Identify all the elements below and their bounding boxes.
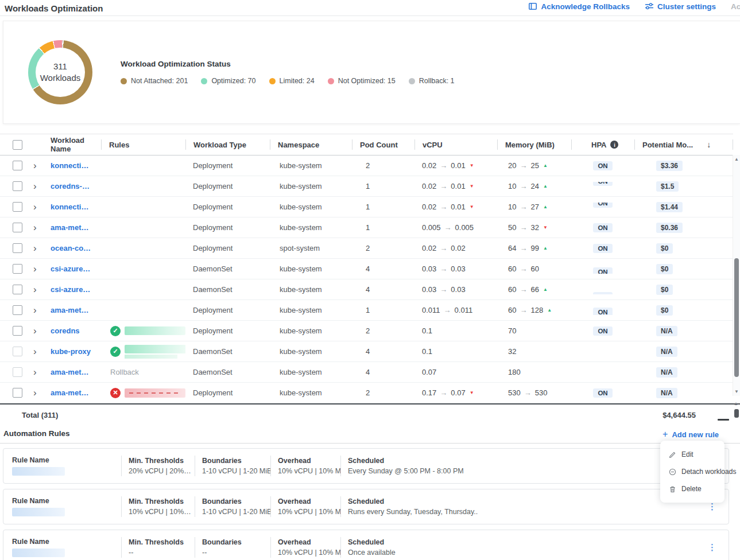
- workload-name-link[interactable]: ama-met…: [51, 388, 88, 397]
- table-row[interactable]: › ama-met… Deployment kube-system 1 0.00…: [0, 217, 733, 238]
- scrollbar-thumb[interactable]: [734, 258, 739, 377]
- table-row[interactable]: › ama-met… ✕ Deployment kube-system 2 0.…: [0, 383, 733, 403]
- col-hpa[interactable]: HPA i: [571, 139, 634, 150]
- namespace: kube-system: [270, 388, 352, 397]
- select-all-checkbox[interactable]: [13, 140, 22, 150]
- expand-row-icon[interactable]: ›: [33, 367, 37, 377]
- expand-row-icon[interactable]: ›: [33, 305, 37, 315]
- potential-badge: $0: [656, 243, 673, 254]
- rule-kebab-menu-icon[interactable]: ⋮: [708, 501, 717, 512]
- cluster-settings-button[interactable]: Cluster settings: [645, 2, 716, 11]
- row-checkbox[interactable]: [13, 285, 22, 294]
- namespace: kube-system: [270, 223, 352, 232]
- table-row[interactable]: › csi-azure… DaemonSet kube-system 4 0.0…: [0, 279, 733, 300]
- col-memory[interactable]: Memory (MiB): [497, 139, 571, 150]
- workload-type: Deployment: [185, 244, 270, 252]
- top-bar: Workloads Optimization Acknowledge Rollb…: [0, 0, 740, 16]
- row-checkbox[interactable]: [13, 223, 22, 232]
- hpa-cell: ON: [571, 161, 634, 170]
- workload-name-link[interactable]: konnecti…: [51, 203, 88, 211]
- table-row[interactable]: › konnecti… Deployment kube-system 1 0.0…: [0, 197, 733, 217]
- col-potential[interactable]: Potential Mo... ↓: [634, 139, 733, 150]
- scroll-down-icon[interactable]: ▼: [733, 389, 740, 394]
- sort-desc-icon[interactable]: ↓: [707, 140, 711, 149]
- expand-row-icon[interactable]: ›: [33, 388, 37, 398]
- row-checkbox[interactable]: [13, 326, 22, 336]
- hpa-info-icon[interactable]: i: [610, 141, 618, 149]
- hpa-badge: ON: [593, 161, 612, 170]
- workload-name-link[interactable]: coredns-…: [51, 182, 90, 190]
- row-checkbox[interactable]: [13, 305, 22, 315]
- legend-title: Workload Optimization Status: [121, 60, 455, 68]
- potential-cell: $0: [634, 285, 733, 295]
- expand-row-icon[interactable]: ›: [33, 223, 37, 232]
- workload-name-link[interactable]: ocean-co…: [51, 244, 91, 252]
- boundaries-label: Boundaries: [202, 538, 270, 546]
- overhead-value: 10% vCPU | 10% MiB: [278, 467, 340, 475]
- menu-item-delete[interactable]: Delete: [660, 480, 724, 497]
- expand-row-icon[interactable]: ›: [33, 202, 37, 212]
- table-row[interactable]: › coredns-… Deployment kube-system 1 0.0…: [0, 176, 733, 197]
- table-row[interactable]: › kube-proxy ✓ DaemonSet kube-system 4 0…: [0, 341, 733, 362]
- menu-item-detach-workloads[interactable]: Detach workloads: [660, 463, 724, 480]
- row-checkbox[interactable]: [13, 264, 22, 274]
- table-row[interactable]: › ama-met… Rollback DaemonSet kube-syste…: [0, 362, 733, 383]
- table-scrollbar[interactable]: ▲ ▼: [733, 155, 740, 396]
- expand-row-icon[interactable]: ›: [33, 243, 37, 253]
- table-row[interactable]: › csi-azure… DaemonSet kube-system 4 0.0…: [0, 259, 733, 279]
- rule-ok-icon: ✓: [110, 326, 121, 336]
- workload-name-link[interactable]: csi-azure…: [51, 285, 90, 294]
- acknowledge-rollbacks-button[interactable]: Acknowledge Rollbacks: [528, 2, 630, 11]
- workload-type: DaemonSet: [185, 368, 270, 376]
- potential-cell: N/A: [634, 388, 733, 398]
- workload-name-link[interactable]: kube-proxy: [51, 347, 91, 356]
- memory-cell: 60→66▲: [497, 285, 571, 294]
- rules-scrollbar-thumb[interactable]: [734, 409, 739, 418]
- hpa-cell: ON: [571, 388, 634, 398]
- table-row[interactable]: › konnecti… Deployment kube-system 2 0.0…: [0, 155, 733, 176]
- scheduled-value: Runs every Sunday, Tuesday, Thursday..: [348, 508, 696, 516]
- col-workload-name[interactable]: Workload Name: [51, 136, 101, 153]
- table-row[interactable]: › ocean-co… Deployment spot-system 2 0.0…: [0, 238, 733, 259]
- workload-name-link[interactable]: ama-met…: [51, 306, 88, 314]
- row-checkbox[interactable]: [13, 347, 22, 356]
- table-body: › konnecti… Deployment kube-system 2 0.0…: [0, 155, 740, 403]
- col-workload-type[interactable]: Workload Type: [185, 139, 270, 150]
- expand-row-icon[interactable]: ›: [33, 161, 37, 170]
- row-checkbox[interactable]: [13, 202, 22, 212]
- workload-name-link[interactable]: ama-met…: [51, 368, 88, 376]
- expand-row-icon[interactable]: ›: [33, 285, 37, 294]
- vcpu-cell: 0.1: [414, 347, 497, 356]
- workload-name-link[interactable]: csi-azure…: [51, 265, 90, 273]
- expand-row-icon[interactable]: ›: [33, 181, 37, 191]
- workload-name-link[interactable]: ama-met…: [51, 223, 88, 232]
- row-checkbox[interactable]: [13, 367, 22, 377]
- table-row[interactable]: › ama-met… Deployment kube-system 1 0.01…: [0, 300, 733, 321]
- table-row[interactable]: › coredns ✓ Deployment kube-system 2 0.1…: [0, 321, 733, 341]
- col-vcpu[interactable]: vCPU: [414, 139, 497, 150]
- legend-label: Not Optimized: 15: [338, 77, 396, 85]
- workload-name-link[interactable]: konnecti…: [51, 161, 88, 170]
- row-checkbox[interactable]: [13, 161, 22, 170]
- rule-kebab-menu-icon[interactable]: ⋮: [708, 542, 717, 553]
- workload-name-link[interactable]: coredns: [51, 326, 80, 335]
- row-checkbox[interactable]: [13, 388, 22, 398]
- menu-item-edit[interactable]: Edit: [660, 446, 724, 463]
- row-checkbox[interactable]: [13, 243, 22, 253]
- rules-scroll-up-icon[interactable]: ▲: [733, 401, 739, 406]
- pod-count: 2: [352, 161, 414, 170]
- col-pod-count[interactable]: Pod Count: [352, 139, 414, 150]
- scroll-up-icon[interactable]: ▲: [733, 157, 740, 162]
- add-new-rule-button[interactable]: + Add new rule: [662, 430, 719, 439]
- rules-scrollbar-fragment[interactable]: [718, 419, 729, 421]
- expand-row-icon[interactable]: ›: [33, 347, 37, 356]
- vcpu-cell: 0.17→0.07▼: [414, 388, 497, 397]
- row-checkbox[interactable]: [13, 181, 22, 191]
- col-namespace[interactable]: Namespace: [270, 139, 352, 150]
- expand-row-icon[interactable]: ›: [33, 264, 37, 274]
- min-thresholds-label: Min. Thresholds: [129, 538, 195, 546]
- expand-row-icon[interactable]: ›: [33, 326, 37, 336]
- col-rules[interactable]: Rules: [101, 139, 185, 150]
- rule-name-redacted: [12, 508, 65, 516]
- overhead-label: Overhead: [278, 497, 340, 505]
